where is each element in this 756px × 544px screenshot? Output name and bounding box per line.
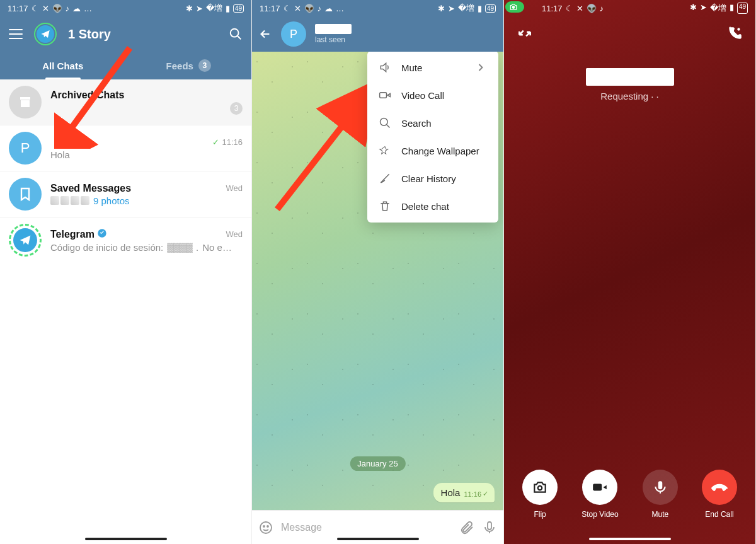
telegram-avatar [9,224,42,257]
menu-wallpaper[interactable]: Change Wallpaper [367,137,498,165]
flip-button[interactable] [522,470,558,505]
avatar: P [9,132,42,165]
contact-name-redacted [315,24,352,34]
chat-row-telegram[interactable]: Telegram Wed Código de inicio de sesión:… [0,217,251,263]
menu-label: Delete chat [401,201,449,212]
cloud-icon: ☁ [324,4,333,13]
moon-icon: ☾ [566,4,573,13]
stop-video-button[interactable] [582,470,617,505]
chat-background: Mute Video Call Search Change Wallpaper … [252,52,503,510]
screen-chat-menu: 11:17 ☾ ✕ 👽 ♪ ☁ … ✱ ➤ �増 ▮ 49 P last see… [252,0,504,544]
svg-point-11 [737,28,740,30]
menu-delete-chat[interactable]: Delete chat [367,192,498,220]
mute-action[interactable]: Mute [643,470,678,519]
tg-sub: Código de inicio de sesión: [50,242,163,253]
menu-video-call[interactable]: Video Call [367,81,498,109]
tiktok-icon: ♪ [318,4,322,13]
chat-row-p[interactable]: P . ✓11:16 Hola [0,125,251,171]
message-outgoing[interactable]: Hola 11:16✓ [433,483,495,502]
attach-icon[interactable] [459,520,474,535]
chat-header: P last seen [252,16,503,52]
menu-search[interactable]: Search [367,109,498,137]
more-icon: … [336,4,344,13]
battery-text: 49 [737,3,748,14]
cloud-icon: ☁ [72,4,81,13]
message-time: 11:16 [464,490,481,498]
send-icon: ➤ [448,4,455,13]
archive-icon [9,86,42,119]
mic-icon[interactable] [482,520,497,535]
tab-label: Feeds [166,61,193,71]
wifi-icon: �増 [458,3,474,14]
end-call-action[interactable]: End Call [702,470,737,519]
page-title: 1 Story [68,27,217,42]
reddit-icon: 👽 [52,4,62,13]
call-top-controls [504,25,755,42]
menu-icon[interactable] [9,29,23,39]
send-icon: ➤ [700,3,707,14]
clock: 11:17 [260,4,280,13]
flip-action[interactable]: Flip [522,470,558,519]
contact-info[interactable]: last seen [315,24,497,44]
context-menu: Mute Video Call Search Change Wallpaper … [367,52,498,223]
status-bar: 11:17 ☾ ✕ 👽 ♪ ☁ … ✱ ➤ �増 ▮ 49 [0,0,251,16]
tg-title: Telegram [50,229,94,240]
story-avatar[interactable] [34,23,57,45]
emoji-icon[interactable] [258,520,273,535]
svg-rect-3 [380,93,387,98]
tab-feeds[interactable]: Feeds 3 [126,52,252,79]
collapse-icon[interactable] [517,25,533,42]
trash-icon [379,200,391,212]
search-icon[interactable] [229,27,243,41]
menu-label: Video Call [401,90,444,101]
saved-title: Saved Messages [50,183,131,194]
stop-video-action[interactable]: Stop Video [581,470,619,519]
menu-label: Clear History [401,173,456,184]
dnd-icon: ✕ [42,4,49,13]
menu-clear-history[interactable]: Clear History [367,165,498,192]
photo-thumbs [50,196,89,205]
call-action-bar: Flip Stop Video Mute End Call [504,470,755,519]
wifi-icon: �増 [710,3,726,14]
dnd-icon: ✕ [294,4,301,13]
tab-label: All Chats [42,61,83,71]
archived-chats-row[interactable]: Archived Chats 3 [0,79,251,125]
moon-icon: ☾ [32,4,39,13]
end-call-button[interactable] [702,470,737,505]
check-icon: ✓ [483,490,488,498]
date-separator: January 25 [350,456,405,471]
bookmark-icon [9,178,42,211]
message-input[interactable]: Message [281,522,452,533]
chat-time: 11:16 [222,137,243,147]
mute-button[interactable] [643,470,678,505]
more-icon: … [84,4,92,13]
bt-icon: ✱ [690,3,697,14]
svg-rect-14 [658,481,663,489]
saved-sub: 9 photos [93,195,130,206]
action-label: Flip [534,510,546,519]
tab-all-chats[interactable]: All Chats [0,52,126,79]
chat-row-saved[interactable]: Saved Messages Wed 9 photos [0,171,251,217]
archived-title: Archived Chats [50,90,124,101]
reddit-icon: 👽 [304,4,314,13]
chat-list: Archived Chats 3 P . ✓11:16 Hola [0,79,251,263]
archived-count: 3 [230,102,243,115]
menu-mute[interactable]: Mute [367,54,498,81]
archived-preview [50,105,113,112]
message-text: Hola [441,487,461,498]
camera-indicator [505,1,524,13]
last-seen: last seen [315,35,497,44]
action-label: Mute [651,510,668,519]
tiktok-icon: ♪ [600,4,604,13]
clock: 11:17 [542,4,563,13]
broom-icon [379,172,391,185]
svg-rect-9 [488,522,491,530]
action-label: Stop Video [581,510,619,519]
signal-icon: ▮ [226,4,230,13]
screen-chat-list: 11:17 ☾ ✕ 👽 ♪ ☁ … ✱ ➤ �増 ▮ 49 [0,0,252,544]
back-icon[interactable] [258,27,272,41]
add-user-call-icon[interactable] [726,25,743,42]
call-contact: Requesting · · [586,68,674,101]
contact-avatar[interactable]: P [281,21,306,47]
wifi-icon: �増 [206,3,222,14]
